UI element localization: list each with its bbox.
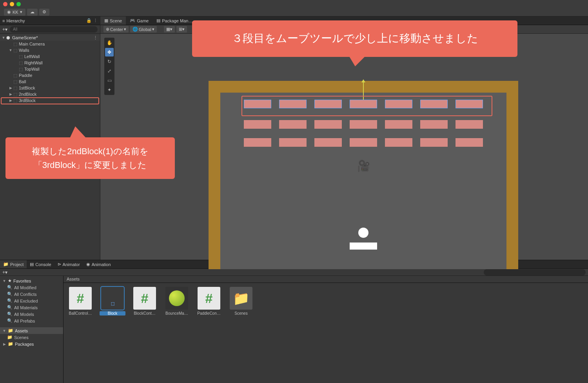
block-row-3[interactable] (242, 98, 485, 110)
grid-button[interactable]: ⊞▾ (176, 26, 187, 33)
block[interactable] (420, 138, 448, 147)
lock-icon[interactable]: 🔒 (86, 18, 92, 23)
hierarchy-item[interactable]: ⬚LeftWall (0, 53, 100, 60)
asset-item[interactable]: #PaddleCon… (196, 287, 222, 316)
favorites-header[interactable]: ▼★Favorites (0, 277, 63, 284)
block[interactable] (314, 100, 342, 108)
asset-item[interactable]: #BlockCont… (132, 287, 158, 316)
tab-scene[interactable]: ▦Scene (100, 16, 126, 25)
search-icon: 🔍 (7, 292, 13, 297)
tab-project[interactable]: 📁Project (0, 260, 27, 268)
tab-animation[interactable]: ◉Animation (83, 260, 114, 268)
asset-item[interactable]: ⬚Block (100, 287, 125, 316)
play-area: 🎥 (220, 93, 506, 269)
camera-gizmo-icon[interactable]: 🎥 (357, 159, 370, 172)
snap-button[interactable]: ▦▾ (164, 26, 175, 33)
folder-scenes[interactable]: 📁Scenes (0, 334, 63, 341)
expand-icon[interactable]: ▼ (9, 48, 13, 52)
block[interactable] (279, 138, 307, 147)
hierarchy-item[interactable]: ⬚Paddle (0, 72, 100, 78)
account-dropdown[interactable]: ◉ KK ▾ (4, 9, 25, 16)
cube-icon: ⬚ (13, 42, 17, 47)
asset-item[interactable]: #BallControl… (67, 287, 93, 316)
hierarchy-item[interactable]: ⬚TopWall (0, 66, 100, 72)
block[interactable] (279, 120, 307, 129)
prefab-icon: ⬚ (101, 287, 124, 310)
expand-icon[interactable]: ▶ (9, 98, 13, 102)
block[interactable] (350, 100, 377, 108)
hierarchy-item[interactable]: ⬚Ball (0, 78, 100, 85)
item-label: TopWall (24, 67, 40, 71)
hierarchy-item[interactable]: ▶⬚1stBlock (0, 85, 100, 91)
pivot-toggle[interactable]: ⊕Center ▾ (103, 26, 129, 33)
add-button[interactable]: +▾ (2, 270, 7, 275)
settings-button[interactable]: ⚙ (39, 9, 49, 16)
close-window-icon[interactable] (3, 2, 7, 6)
block[interactable] (456, 138, 483, 147)
favorite-item[interactable]: 🔍All Conflicts (0, 291, 63, 297)
hierarchy-tab[interactable]: ≡ Hierarchy 🔒 ⋮ (0, 16, 100, 25)
block[interactable] (385, 100, 412, 108)
script-icon: # (133, 287, 156, 310)
expand-icon[interactable]: ▶ (9, 92, 13, 96)
block[interactable] (385, 120, 412, 129)
block[interactable] (244, 138, 271, 147)
rect-tool[interactable]: ▭ (105, 76, 114, 85)
block[interactable] (456, 120, 483, 129)
cube-icon: ⬚ (13, 48, 17, 53)
ball[interactable] (358, 228, 368, 238)
hierarchy-item[interactable]: ▶⬚2ndBlock (0, 91, 100, 97)
block[interactable] (420, 120, 448, 129)
tab-console[interactable]: ▤Console (27, 260, 54, 268)
favorite-item[interactable]: 🔍All Prefabs (0, 317, 63, 324)
assets-folder[interactable]: ▼📁Assets (0, 327, 63, 334)
hierarchy-item[interactable]: ▼⬚Walls (0, 47, 100, 53)
block[interactable] (314, 138, 342, 147)
hierarchy-search-input[interactable] (10, 26, 98, 33)
item-label: 2ndBlock (19, 92, 36, 97)
block[interactable] (385, 138, 412, 147)
project-search-input[interactable] (484, 269, 586, 275)
maximize-window-icon[interactable] (16, 2, 21, 6)
project-breadcrumb[interactable]: Assets (64, 276, 588, 283)
tab-game[interactable]: 🎮Game (126, 16, 152, 25)
hierarchy-item[interactable]: ⬚RightWall (0, 60, 100, 66)
block[interactable] (350, 120, 377, 129)
block[interactable] (279, 100, 307, 108)
block[interactable] (244, 120, 271, 129)
hierarchy-item[interactable]: ▶⬚3rdBlock (0, 97, 100, 104)
add-button[interactable]: +▾ (2, 27, 7, 32)
block[interactable] (350, 138, 377, 147)
block-row-2[interactable] (244, 120, 483, 129)
expand-icon[interactable]: ▶ (9, 86, 13, 90)
favorite-item[interactable]: 🔍All Excluded (0, 297, 63, 304)
rotate-tool[interactable]: ↻ (105, 57, 114, 66)
block[interactable] (314, 120, 342, 129)
paddle[interactable] (350, 243, 377, 250)
block[interactable] (456, 100, 483, 108)
minimize-window-icon[interactable] (10, 2, 14, 6)
hierarchy-item[interactable]: ⬚Main Camera (0, 41, 100, 47)
block[interactable] (420, 100, 448, 108)
move-tool[interactable]: ✥ (105, 48, 114, 57)
favorite-item[interactable]: 🔍All Modified (0, 284, 63, 291)
tab-package-manager[interactable]: ▤Package Man… (152, 16, 196, 25)
block-row-1[interactable] (244, 138, 483, 147)
asset-item[interactable]: BounceMa… (164, 287, 190, 316)
hand-tool[interactable]: ✋ (105, 38, 114, 47)
favorite-item[interactable]: 🔍All Materials (0, 304, 63, 311)
transform-tool[interactable]: ✦ (105, 86, 114, 94)
scale-tool[interactable]: ⤢ (105, 67, 114, 75)
packages-folder[interactable]: ▶📁Packages (0, 341, 63, 347)
space-toggle[interactable]: 🌐Global ▾ (130, 26, 157, 33)
favorite-item[interactable]: 🔍All Models (0, 311, 63, 317)
panel-menu-icon[interactable]: ⋮ (93, 18, 98, 23)
cloud-button[interactable]: ☁ (27, 9, 38, 16)
asset-item[interactable]: 📁Scenes (228, 287, 254, 316)
scene-menu-icon[interactable]: ⋮ (93, 35, 100, 40)
block[interactable] (244, 100, 271, 108)
account-label: KK (13, 10, 18, 15)
tab-animator[interactable]: ⊳Animator (54, 260, 83, 268)
scene-root[interactable]: ▼ ⬢ GameScene* ⋮ (0, 35, 100, 41)
expand-icon[interactable]: ▼ (2, 36, 5, 40)
